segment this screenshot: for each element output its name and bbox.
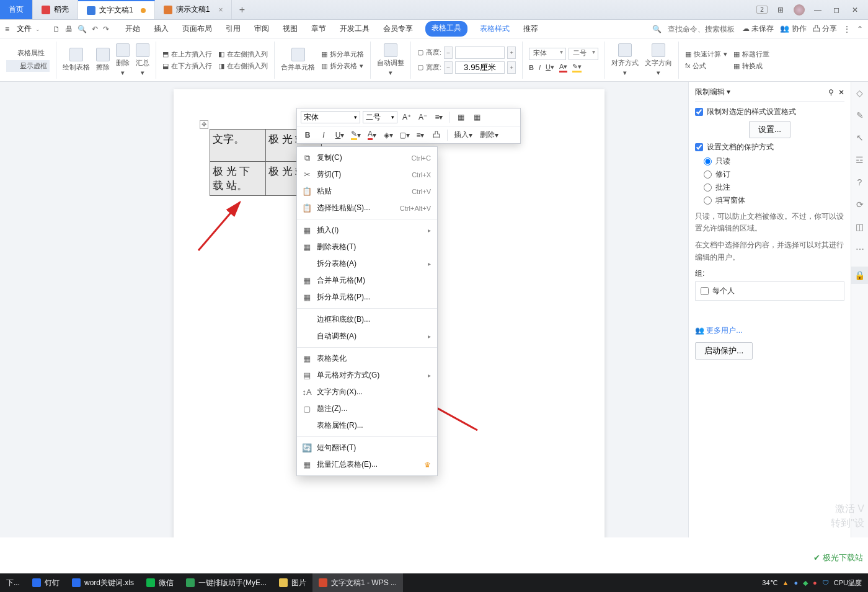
mini-font-select[interactable]: 宋体▾ [301, 111, 360, 123]
mini-highlight-button[interactable]: ✎▾ [349, 128, 363, 142]
settings-button[interactable]: 设置... [749, 121, 790, 138]
maximize-button[interactable]: ◻ [831, 6, 842, 14]
taskbar-item-folder[interactable]: 图片 [273, 573, 312, 592]
ctx-caption[interactable]: ▢题注(Z)... [297, 400, 437, 417]
fx-button[interactable]: fx 公式 [685, 61, 727, 71]
tab-home[interactable]: 首页 [0, 0, 33, 19]
height-dec[interactable]: – [444, 46, 453, 59]
tab-doc-dao-ke[interactable]: 稻壳 [33, 0, 78, 19]
highlight-button[interactable]: ✎▾ [572, 63, 582, 73]
height-input[interactable] [455, 46, 505, 59]
apps-icon[interactable]: ⊞ [775, 6, 786, 14]
ctx-paste-special[interactable]: 📋选择性粘贴(S)...Ctrl+Alt+V [297, 200, 437, 216]
insert-row-above[interactable]: ⬒在上方插入行 [162, 50, 212, 59]
qat-save-icon[interactable]: 🗋 [53, 25, 60, 33]
ctx-split-table[interactable]: 拆分表格(A)▸ [297, 255, 437, 272]
mini-decrease-size-icon[interactable]: A⁻ [416, 110, 430, 124]
ctx-merge-cell[interactable]: ▦合并单元格(M) [297, 272, 437, 289]
font-size-select[interactable]: 二号 [569, 48, 598, 60]
hamburger-icon[interactable]: ≡ [5, 25, 9, 33]
ctx-split-cell[interactable]: ▦拆分单元格(P)... [297, 289, 437, 306]
mini-bold-button[interactable]: B [301, 128, 314, 142]
qat-preview-icon[interactable]: 🔍 [78, 25, 87, 33]
file-menu[interactable]: 文件⌄ [12, 22, 45, 35]
minimize-button[interactable]: — [812, 6, 823, 14]
draw-table-button[interactable]: 绘制表格 [63, 48, 90, 72]
ctx-insert[interactable]: ▦插入(I)▸ [297, 222, 437, 239]
insert-col-right[interactable]: ◨在右侧插入列 [218, 61, 268, 71]
taskbar-item-wps[interactable]: 文字文稿1 - WPS ... [312, 573, 403, 592]
strip-cursor-icon[interactable]: ↖ [856, 133, 864, 143]
strip-more-icon[interactable]: ⋯ [856, 244, 864, 254]
mini-table-icon-2[interactable]: ▦ [470, 110, 484, 124]
menu-view[interactable]: 视图 [281, 21, 299, 37]
menu-section[interactable]: 章节 [310, 21, 327, 37]
ctx-table-props[interactable]: 表格属性(R)... [297, 417, 437, 434]
opt-fill-form[interactable]: 填写窗体 [704, 195, 844, 206]
ctx-paste[interactable]: 📋粘贴Ctrl+V [297, 183, 437, 200]
strip-smart-icon[interactable]: ◇ [856, 88, 863, 98]
ctx-delete-table[interactable]: ▦删除表格(T) [297, 239, 437, 255]
close-button[interactable]: ✕ [849, 6, 861, 14]
menu-layout[interactable]: 页面布局 [181, 21, 213, 37]
qat-undo-icon[interactable]: ↶ [92, 25, 98, 33]
italic-button[interactable]: I [539, 64, 541, 71]
app-badge-icon[interactable]: 2 [756, 6, 768, 14]
split-cell-button[interactable]: ▦拆分单元格 [321, 50, 364, 59]
opt-readonly[interactable]: 只读 [704, 156, 844, 167]
ctx-batch-summary[interactable]: ▦批量汇总表格(E)...♛ [297, 456, 437, 473]
auto-adjust-button[interactable]: 自动调整▾ [377, 43, 404, 77]
table-props-button[interactable]: 表格属性 [6, 48, 50, 58]
mini-format-painter-icon[interactable]: 凸 [430, 128, 443, 142]
erase-button[interactable]: 擦除 [96, 48, 110, 72]
merge-cells-button[interactable]: 合并单元格 [281, 48, 315, 72]
opt-track[interactable]: 修订 [704, 169, 844, 180]
insert-row-below[interactable]: ⬓在下方插入行 [162, 61, 212, 71]
underline-button[interactable]: U▾ [546, 63, 554, 71]
mini-underline-button[interactable]: U▾ [333, 128, 347, 142]
menu-table-style[interactable]: 表格样式 [479, 21, 511, 37]
more-icon[interactable]: ⋮ [843, 25, 851, 33]
mini-border-button[interactable]: ▢▾ [397, 128, 411, 142]
strip-pen-icon[interactable]: ✎ [856, 110, 864, 120]
text-direction-button[interactable]: 文字方向▾ [645, 43, 672, 77]
ctx-cell-align[interactable]: ▤单元格对齐方式(G)▸ [297, 367, 437, 384]
convert-button[interactable]: ▦转换成 [733, 61, 769, 71]
menu-review[interactable]: 审阅 [253, 21, 270, 37]
mini-align-button[interactable]: ≡▾ [414, 128, 427, 142]
check-protect-method[interactable]: 设置文档的保护方式 [695, 142, 844, 152]
qat-redo-icon[interactable]: ↷ [103, 25, 109, 33]
ctx-copy[interactable]: ⧉复制(C)Ctrl+C [297, 149, 437, 166]
insert-col-left[interactable]: ◧在左侧插入列 [218, 50, 268, 59]
close-panel-icon[interactable]: ✕ [838, 88, 844, 97]
new-tab-button[interactable]: + [232, 0, 252, 19]
font-name-select[interactable]: 宋体 [529, 48, 566, 60]
title-row-button[interactable]: ▦标题行重 [733, 50, 769, 59]
opt-comment[interactable]: 批注 [704, 182, 844, 193]
ctx-cut[interactable]: ✂剪切(T)Ctrl+X [297, 166, 437, 183]
collab-button[interactable]: 👥 协作 [780, 24, 806, 34]
cloud-unsaved[interactable]: ☁ 未保存 [742, 24, 774, 34]
menu-vip[interactable]: 会员专享 [382, 21, 414, 37]
cell-r1c1[interactable]: 文字。 [210, 130, 266, 162]
menu-start[interactable]: 开始 [124, 21, 141, 37]
bold-button[interactable]: B [529, 64, 534, 71]
strip-settings-icon[interactable]: ☲ [856, 155, 864, 165]
start-protect-button[interactable]: 启动保护... [695, 342, 753, 360]
menu-table-tool[interactable]: 表格工具 [425, 21, 467, 37]
ctx-beautify[interactable]: ▦表格美化 [297, 350, 437, 367]
mini-size-select[interactable]: 二号▾ [363, 111, 397, 123]
strip-refresh-icon[interactable]: ⟳ [856, 200, 864, 210]
search-input[interactable] [668, 25, 736, 33]
taskbar-item-xls[interactable]: word关键词.xls [66, 573, 140, 592]
delete-button[interactable]: 删除▾ [116, 43, 130, 77]
taskbar-item-0[interactable]: 下... [0, 573, 26, 592]
menu-insert[interactable]: 插入 [153, 21, 170, 37]
width-dec[interactable]: – [444, 61, 453, 74]
strip-lock-icon[interactable]: 🔒 [851, 267, 868, 284]
mini-table-icon-1[interactable]: ▦ [454, 110, 467, 124]
ctx-border-shading[interactable]: 边框和底纹(B)... [297, 311, 437, 328]
ctx-auto-adjust[interactable]: 自动调整(A)▸ [297, 328, 437, 345]
menu-refs[interactable]: 引用 [224, 21, 242, 37]
tab-doc-presentation-1[interactable]: 演示文稿1 × [155, 0, 232, 19]
